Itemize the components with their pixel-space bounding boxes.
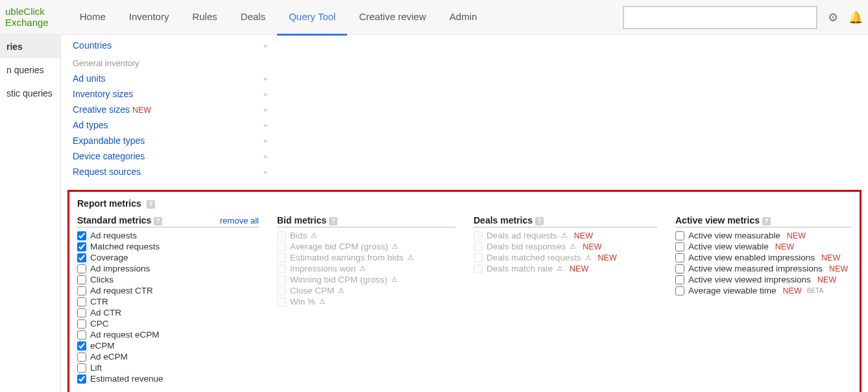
nav-item-deals[interactable]: Deals: [229, 0, 277, 36]
nav-item-query-tool[interactable]: Query Tool: [277, 0, 347, 36]
metric-checkbox[interactable]: [675, 253, 684, 262]
column-title: Standard metrics?: [77, 215, 162, 225]
metric-checkbox[interactable]: [77, 231, 86, 240]
metric-row[interactable]: Active view measurableNEW: [675, 230, 852, 241]
metric-label: Ad impressions: [90, 264, 150, 273]
metric-checkbox: [474, 264, 483, 273]
remove-all-link[interactable]: remove all: [220, 216, 259, 225]
metric-row[interactable]: eCPM: [77, 340, 259, 351]
metric-checkbox[interactable]: [675, 242, 684, 251]
metric-row[interactable]: Clicks: [77, 274, 259, 285]
metric-checkbox[interactable]: [77, 363, 86, 373]
chevron-right-icon: »: [263, 168, 267, 176]
help-icon[interactable]: ?: [329, 217, 337, 225]
dimension-link[interactable]: Expandable types: [73, 135, 145, 146]
dimension-link[interactable]: Inventory sizes: [73, 89, 133, 99]
nav-item-admin[interactable]: Admin: [438, 0, 489, 36]
metric-row[interactable]: Ad impressions: [77, 263, 259, 274]
metric-label: Active view measured impressions: [688, 264, 823, 273]
metric-checkbox[interactable]: [675, 275, 684, 284]
metric-checkbox: [277, 242, 286, 251]
help-icon[interactable]: ?: [147, 200, 155, 209]
metric-checkbox[interactable]: [675, 264, 684, 273]
warning-icon: ⚠: [392, 242, 398, 251]
metric-row[interactable]: Ad eCPM: [77, 351, 259, 362]
metric-checkbox[interactable]: [77, 264, 86, 273]
metric-row[interactable]: Active view measured impressionsNEW: [675, 263, 852, 274]
metric-checkbox[interactable]: [77, 375, 86, 384]
warning-icon: ⚠: [407, 253, 414, 262]
metric-row[interactable]: Active view viewableNEW: [675, 241, 852, 252]
metric-row[interactable]: Average viewable timeNEWBETA: [675, 285, 852, 296]
column-header: Active view metrics?: [675, 215, 852, 227]
help-icon[interactable]: ?: [762, 217, 771, 225]
metric-checkbox[interactable]: [77, 242, 86, 251]
metric-checkbox[interactable]: [77, 330, 86, 340]
metric-label: Ad eCPM: [90, 352, 128, 362]
nav-item-rules[interactable]: Rules: [180, 0, 228, 36]
metric-row[interactable]: Matched requests: [77, 241, 259, 252]
dimension-link[interactable]: Countries: [73, 40, 112, 51]
search-input[interactable]: [623, 6, 817, 29]
warning-icon: ⚠: [561, 231, 568, 240]
warning-icon: ⚠: [359, 264, 366, 273]
sidebar: riesn queriesstic queries: [0, 35, 61, 392]
metric-checkbox[interactable]: [77, 253, 86, 262]
nav-item-creative-review[interactable]: Creative review: [347, 0, 437, 36]
metric-checkbox[interactable]: [77, 341, 86, 351]
sidebar-item-2[interactable]: stic queries: [0, 82, 60, 105]
chevron-right-icon: »: [263, 121, 267, 129]
metric-row[interactable]: CTR: [77, 296, 259, 307]
metric-label: Average bid CPM (gross): [290, 242, 388, 251]
dimension-link[interactable]: Ad types: [73, 120, 108, 130]
dimension-row[interactable]: Countries»: [73, 38, 267, 53]
metric-row[interactable]: Estimated revenue: [77, 373, 259, 384]
metric-row[interactable]: Ad requests: [77, 230, 259, 241]
warning-icon: ⚠: [391, 275, 398, 284]
new-badge: NEW: [829, 264, 848, 273]
nav-item-inventory[interactable]: Inventory: [117, 0, 181, 36]
dimension-link[interactable]: Creative sizesNEW: [73, 104, 151, 115]
column-title: Active view metrics?: [675, 215, 771, 225]
metric-checkbox[interactable]: [77, 352, 86, 362]
dimension-row[interactable]: Request sources»: [73, 164, 267, 179]
metric-row[interactable]: Coverage: [77, 252, 259, 263]
metric-checkbox[interactable]: [675, 231, 684, 240]
nav-item-home[interactable]: Home: [68, 0, 117, 36]
metric-row[interactable]: Lift: [77, 362, 259, 373]
metric-checkbox[interactable]: [77, 275, 86, 284]
metric-row[interactable]: Active view enabled impressionsNEW: [675, 252, 852, 263]
sidebar-item-0[interactable]: ries: [0, 35, 60, 58]
sidebar-item-1[interactable]: n queries: [0, 58, 60, 82]
metric-label: Active view viewed impressions: [688, 275, 811, 284]
metric-checkbox[interactable]: [77, 297, 86, 306]
dimension-row[interactable]: Device categories»: [73, 148, 267, 164]
help-icon[interactable]: ?: [154, 217, 162, 225]
dimension-row[interactable]: Inventory sizes»: [73, 86, 267, 102]
dimension-row[interactable]: Creative sizesNEW»: [73, 102, 267, 117]
metric-checkbox[interactable]: [675, 286, 684, 295]
dimension-link[interactable]: Request sources: [73, 167, 141, 177]
top-right: ⚙ 🔔: [623, 6, 863, 29]
metrics-column-2: Deals metrics?Deals ad requests⚠NEWDeals…: [474, 215, 657, 274]
gear-icon[interactable]: ⚙: [828, 10, 838, 25]
dimension-link[interactable]: Device categories: [73, 151, 145, 161]
dimension-row[interactable]: Expandable types»: [73, 133, 267, 148]
dimension-link[interactable]: Ad units: [73, 73, 106, 84]
metric-checkbox[interactable]: [77, 286, 86, 295]
metric-row[interactable]: CPC: [77, 318, 259, 329]
metric-row[interactable]: Active view viewed impressionsNEW: [675, 274, 852, 285]
bell-icon[interactable]: 🔔: [849, 10, 863, 25]
help-icon[interactable]: ?: [535, 217, 544, 225]
metrics-column-1: Bid metrics?Bids⚠Average bid CPM (gross)…: [277, 215, 455, 307]
metric-label: Close CPM: [290, 286, 334, 295]
new-badge: NEW: [817, 275, 836, 284]
metric-row[interactable]: Ad request eCPM: [77, 329, 259, 340]
dimension-row[interactable]: Ad units»: [73, 71, 267, 86]
metric-checkbox: [277, 297, 286, 306]
metric-row[interactable]: Ad request CTR: [77, 285, 259, 296]
metric-row[interactable]: Ad CTR: [77, 307, 259, 318]
metric-checkbox[interactable]: [77, 308, 86, 317]
dimension-row[interactable]: Ad types»: [73, 117, 267, 133]
metric-checkbox[interactable]: [77, 319, 86, 329]
